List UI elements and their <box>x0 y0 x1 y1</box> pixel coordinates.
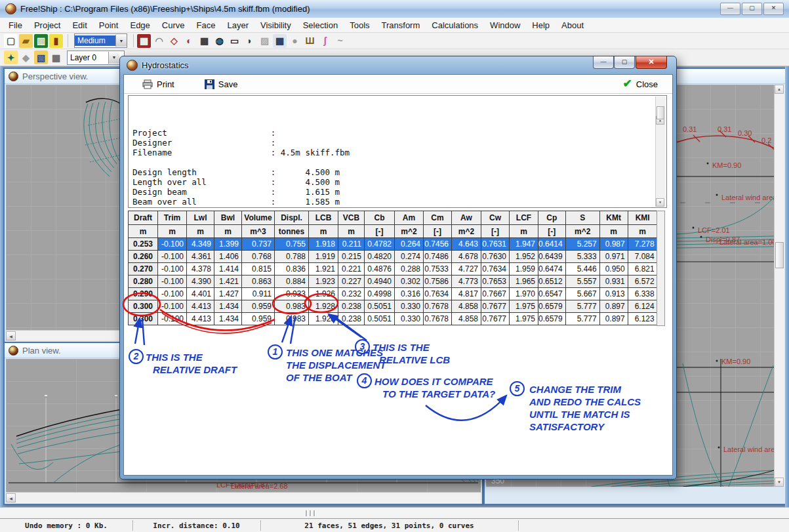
value-cell[interactable]: 0.933 <box>275 288 309 300</box>
menu-item-tools[interactable]: Tools <box>344 18 375 32</box>
hydrostatics-dialog-titlebar[interactable]: Hydrostatics — ▢ ✕ <box>120 56 676 73</box>
menu-item-selection[interactable]: Selection <box>297 18 344 32</box>
hydrostatics-calc-icon[interactable]: ▦ <box>273 34 287 48</box>
draft-cell[interactable]: 0.270 <box>129 263 158 276</box>
value-cell[interactable]: 0.302 <box>395 276 424 288</box>
value-cell[interactable]: 4.361 <box>187 251 214 263</box>
value-cell[interactable]: -0.100 <box>158 313 187 325</box>
layer-colors-icon[interactable]: ▧ <box>34 51 48 64</box>
value-cell[interactable]: 0.4820 <box>365 251 395 263</box>
table-row[interactable]: 0.260-0.1004.3611.4060.7680.7881.9190.21… <box>129 251 658 263</box>
value-cell[interactable]: 1.434 <box>214 313 242 325</box>
value-cell[interactable]: 0.7631 <box>481 238 510 251</box>
value-cell[interactable]: 0.987 <box>599 238 628 251</box>
value-cell[interactable]: 0.911 <box>242 288 275 300</box>
main-hscrollbar[interactable] <box>0 507 789 519</box>
value-cell[interactable]: 0.7486 <box>424 251 452 263</box>
value-cell[interactable]: 6.821 <box>628 263 657 276</box>
chevron-down-icon[interactable]: ▼ <box>108 52 119 64</box>
value-cell[interactable]: 1.947 <box>510 238 538 251</box>
value-cell[interactable]: 0.884 <box>275 276 309 288</box>
value-cell[interactable]: 0.7678 <box>424 313 452 325</box>
value-cell[interactable]: 7.278 <box>628 238 657 251</box>
draft-cell[interactable]: 0.290 <box>129 288 158 300</box>
value-cell[interactable]: 0.6474 <box>538 263 566 276</box>
menu-item-edit[interactable]: Edit <box>66 18 92 32</box>
value-cell[interactable]: 4.378 <box>187 263 214 276</box>
table-vscrollbar[interactable] <box>657 211 665 326</box>
value-cell[interactable]: 0.755 <box>275 238 309 251</box>
value-cell[interactable]: 1.919 <box>309 251 338 263</box>
curve-tool-icon[interactable]: ʃ <box>318 34 332 48</box>
menu-item-layer[interactable]: Layer <box>221 18 254 32</box>
value-cell[interactable]: 0.7667 <box>481 288 510 300</box>
value-cell[interactable]: 0.897 <box>599 313 628 325</box>
value-cell[interactable]: 0.5051 <box>365 300 395 313</box>
value-cell[interactable]: 0.836 <box>275 263 309 276</box>
dialog-minimize-button[interactable]: — <box>593 56 614 69</box>
save-file-icon[interactable]: ▥ <box>34 34 48 48</box>
value-cell[interactable]: 0.913 <box>599 288 628 300</box>
scroll-down-icon[interactable]: ▼ <box>656 198 664 207</box>
value-cell[interactable]: 0.232 <box>338 288 365 300</box>
layer-select[interactable]: Layer 0▼ <box>67 51 125 65</box>
chevron-down-icon[interactable]: ▼ <box>115 35 127 47</box>
value-cell[interactable]: 6.123 <box>628 313 657 325</box>
menu-item-face[interactable]: Face <box>191 18 222 32</box>
exit-door-icon[interactable]: ▮ <box>49 34 63 48</box>
value-cell[interactable]: 0.330 <box>395 300 424 313</box>
value-cell[interactable]: 5.333 <box>565 251 599 263</box>
fairness-curve-icon[interactable]: ~ <box>333 34 347 48</box>
value-cell[interactable]: 0.330 <box>395 313 424 325</box>
value-cell[interactable]: 1.921 <box>309 263 338 276</box>
frames-icon[interactable]: Ш <box>303 34 317 48</box>
dialog-close-button[interactable]: ✕ <box>636 56 667 69</box>
table-row[interactable]: 0.280-0.1004.3901.4210.8630.8841.9230.22… <box>129 276 658 288</box>
value-cell[interactable]: -0.100 <box>158 300 187 313</box>
menu-item-point[interactable]: Point <box>93 18 125 32</box>
waterlines-icon[interactable]: ◗ <box>243 34 256 48</box>
precision-select[interactable]: Medium▼ <box>74 33 127 48</box>
value-cell[interactable]: 5.257 <box>565 238 599 251</box>
value-cell[interactable]: 4.413 <box>187 313 214 325</box>
value-cell[interactable]: 0.238 <box>338 300 365 313</box>
print-button[interactable]: Print <box>142 79 174 89</box>
value-cell[interactable]: 0.863 <box>242 276 275 288</box>
open-file-icon[interactable]: ▰ <box>19 34 33 48</box>
value-cell[interactable]: 4.858 <box>452 313 481 325</box>
snap-grid-icon[interactable]: ▦ <box>49 51 63 64</box>
value-cell[interactable]: 0.6414 <box>538 238 566 251</box>
value-cell[interactable]: 1.421 <box>214 276 242 288</box>
stations-icon[interactable]: ◍ <box>212 34 226 48</box>
value-cell[interactable]: 0.6439 <box>538 251 566 263</box>
perspective-hscrollbar[interactable]: ◀ <box>6 330 120 341</box>
value-cell[interactable]: -0.100 <box>158 288 187 300</box>
value-cell[interactable]: 0.6579 <box>538 300 566 313</box>
value-cell[interactable]: 0.7653 <box>481 276 510 288</box>
perspective-canvas[interactable] <box>6 85 120 330</box>
value-cell[interactable]: 0.238 <box>338 313 365 325</box>
value-cell[interactable]: 1.952 <box>510 251 538 263</box>
value-cell[interactable]: 0.215 <box>338 251 365 263</box>
value-cell[interactable]: 7.084 <box>628 251 657 263</box>
value-cell[interactable]: 5.777 <box>565 300 599 313</box>
value-cell[interactable]: 5.557 <box>565 276 599 288</box>
value-cell[interactable]: 0.5051 <box>365 313 395 325</box>
value-cell[interactable]: 0.7634 <box>481 263 510 276</box>
value-cell[interactable]: 0.959 <box>242 300 275 313</box>
value-cell[interactable]: 0.274 <box>395 251 424 263</box>
table-row[interactable]: 0.270-0.1004.3781.4140.8150.8361.9210.22… <box>129 263 658 276</box>
close-dialog-button[interactable]: ✔ Close <box>623 79 658 89</box>
table-row[interactable]: 0.290-0.1004.4011.4270.9110.9331.9260.23… <box>129 288 658 300</box>
menu-item-transform[interactable]: Transform <box>376 18 426 32</box>
value-cell[interactable]: 0.288 <box>395 263 424 276</box>
menu-item-about[interactable]: About <box>556 18 590 32</box>
value-cell[interactable]: 0.788 <box>275 251 309 263</box>
value-cell[interactable]: 0.959 <box>242 313 275 325</box>
hydrostatics-report-text[interactable]: ▲ ▼ Project :Designer :Filename : 4.5m s… <box>128 95 667 208</box>
value-cell[interactable]: 0.983 <box>275 300 309 313</box>
value-cell[interactable]: 4.817 <box>452 288 481 300</box>
value-cell[interactable]: 0.7677 <box>481 313 510 325</box>
value-cell[interactable]: 4.390 <box>187 276 214 288</box>
value-cell[interactable]: 5.667 <box>565 288 599 300</box>
